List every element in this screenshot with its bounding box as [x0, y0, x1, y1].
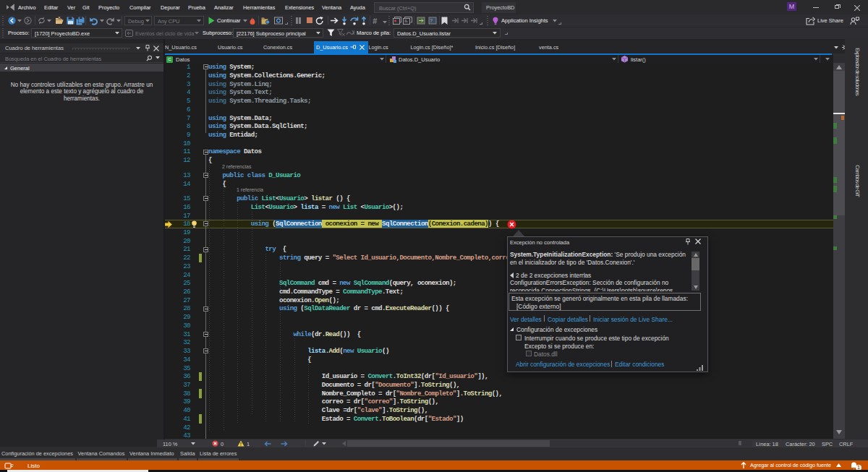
svg-text:?: ?: [430, 18, 433, 23]
